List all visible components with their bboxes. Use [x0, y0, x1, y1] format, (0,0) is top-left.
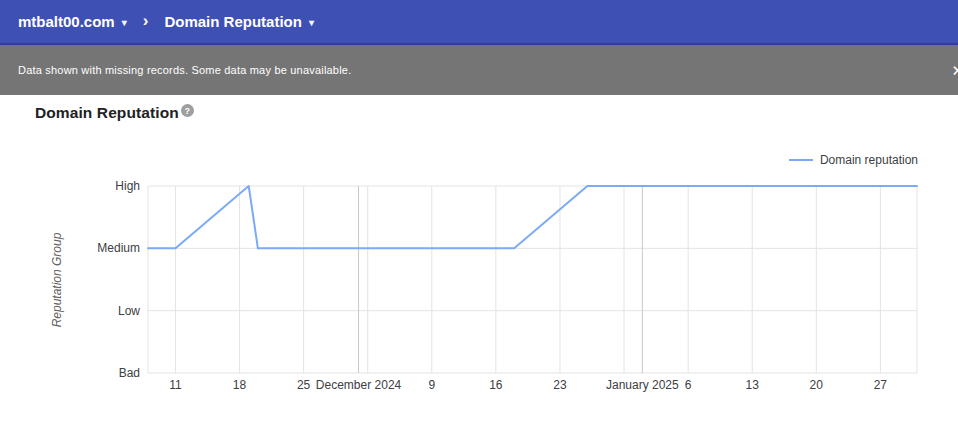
breadcrumb-page[interactable]: Domain Reputation ▾ — [164, 13, 314, 30]
series-domain-reputation[interactable] — [148, 186, 917, 248]
x-axis-tick-label: 16 — [489, 378, 502, 392]
x-axis-tick-label: 9 — [428, 378, 435, 392]
breadcrumb-domain[interactable]: mtbalt00.com ▾ — [18, 13, 127, 30]
y-axis-tick-label: Bad — [50, 366, 140, 380]
help-icon[interactable]: ? — [181, 104, 194, 117]
banner-message: Data shown with missing records. Some da… — [18, 64, 351, 76]
y-axis-tick-label: Low — [50, 304, 140, 318]
x-axis-month-label: December 2024 — [316, 378, 401, 392]
app-header: ‹ mtbalt00.com ▾ › Domain Reputation ▾ — [0, 0, 958, 45]
x-axis-tick-label: 25 — [297, 378, 310, 392]
x-axis-tick-label: 23 — [553, 378, 566, 392]
x-axis-tick-label: 6 — [685, 378, 692, 392]
chevron-down-icon: ▾ — [309, 17, 314, 28]
x-axis-tick-label: 11 — [169, 378, 181, 392]
breadcrumb-separator-icon: › — [143, 11, 149, 31]
x-axis-tick-label: 18 — [233, 378, 246, 392]
notice-banner: Data shown with missing records. Some da… — [0, 45, 958, 95]
close-icon: ✕ — [951, 62, 958, 79]
chart-legend: Domain reputation — [789, 153, 918, 167]
domain-label: mtbalt00.com — [18, 13, 115, 30]
page-label: Domain Reputation — [164, 13, 302, 30]
legend-line — [789, 159, 813, 161]
x-axis-month-label: January 2025 — [606, 378, 679, 392]
gridlines — [148, 186, 917, 373]
x-axis-tick-label: 13 — [746, 378, 759, 392]
chevron-down-icon: ▾ — [122, 17, 127, 28]
page-title: Domain Reputation — [35, 104, 179, 122]
section-title-row: Domain Reputation ? — [35, 104, 194, 122]
banner-close-button[interactable]: ✕ — [951, 63, 958, 78]
x-axis-tick-label: 27 — [874, 378, 887, 392]
back-chevron-icon[interactable]: ‹ — [0, 12, 1, 32]
y-axis-tick-label: Medium — [50, 241, 140, 255]
x-axis-tick-label: 20 — [810, 378, 823, 392]
legend-label: Domain reputation — [820, 153, 918, 167]
y-axis-tick-label: High — [50, 179, 140, 193]
